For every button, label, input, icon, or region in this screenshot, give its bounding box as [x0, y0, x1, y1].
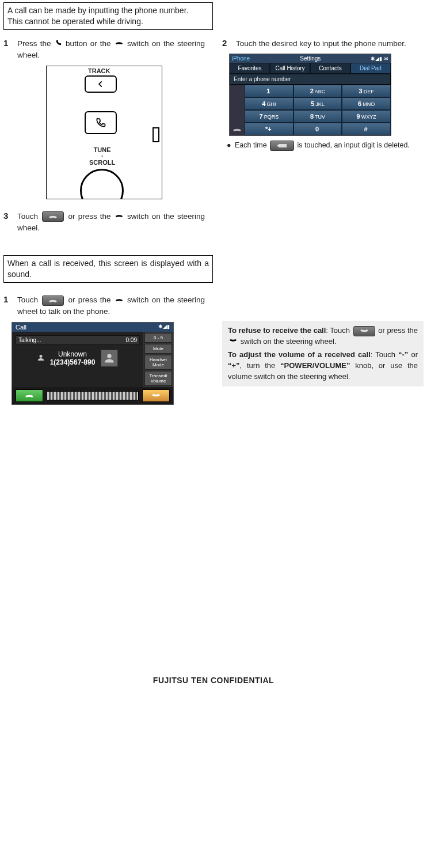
- status-icons: ✱◢▮ ✉: [371, 56, 388, 62]
- step-2: 2 Touch the desired key to input the pho…: [222, 38, 424, 50]
- settings-button[interactable]: Settings: [300, 55, 321, 62]
- key-star[interactable]: *+: [245, 123, 293, 135]
- side-0-9[interactable]: 0 - 9: [144, 333, 172, 343]
- key-7[interactable]: 7PQRS: [245, 110, 293, 123]
- backspace-button-icon: [270, 141, 294, 151]
- step-3: 3 Touch or press the switch on the steer…: [3, 211, 205, 234]
- tune-scroll-label: TUNE·SCROLL: [89, 147, 115, 166]
- side-mark: [152, 127, 159, 142]
- tune-knob: [80, 169, 124, 199]
- side-volume[interactable]: Transmit Volume: [144, 371, 172, 386]
- call-status: Talking...: [18, 337, 41, 343]
- delete-digit-note: ● Each time is touched, an input digit i…: [227, 141, 424, 151]
- tab-favorites[interactable]: Favorites: [230, 63, 270, 74]
- volume-title: To adjust the volume of a received call: [228, 350, 371, 359]
- intro-line-2: This cannot be operated while driving.: [7, 16, 209, 27]
- key-2[interactable]: 2ABC: [293, 85, 342, 97]
- person-icon: [37, 354, 44, 362]
- device-name: iPhone: [232, 55, 250, 62]
- key-5[interactable]: 5JKL: [293, 97, 342, 110]
- footer-confidential: FUJITSU TEN CONFIDENTIAL: [3, 676, 424, 685]
- step-3-text: Touch or press the switch on the steerin…: [17, 211, 205, 234]
- info-box: To refuse to receive the call: Touch or …: [222, 321, 424, 386]
- side-mute[interactable]: Mute: [144, 344, 172, 354]
- answer-button-icon: [42, 295, 64, 306]
- offhook-switch-icon: [115, 295, 123, 306]
- side-handset[interactable]: Handset Mode: [144, 355, 172, 370]
- key-0[interactable]: 0: [293, 123, 342, 135]
- step-receive-1-number: 1: [3, 294, 12, 317]
- key-6[interactable]: 6MNO: [342, 97, 391, 110]
- refuse-title: To refuse to receive the call: [228, 326, 326, 335]
- dial-call-button[interactable]: [230, 85, 245, 135]
- key-4[interactable]: 4GHI: [245, 97, 293, 110]
- step-1: 1 Press the button or the switch on the …: [3, 38, 205, 61]
- keypad: 1 2ABC 3DEF 4GHI 5JKL 6MNO 7PQRS 8TUV 9W…: [230, 85, 391, 135]
- end-call-button[interactable]: [142, 389, 170, 402]
- dial-tabs: Favorites Call History Contacts Dial Pad: [230, 63, 391, 74]
- answer-button[interactable]: [16, 389, 43, 402]
- phone-number-input[interactable]: Enter a phone number: [230, 74, 391, 85]
- bullet-icon: ●: [227, 141, 231, 151]
- offhook-switch-icon: [115, 38, 123, 50]
- volume-bar[interactable]: [47, 391, 139, 400]
- avatar-icon: [101, 350, 118, 367]
- dialpad-screenshot: iPhone Settings ✱◢▮ ✉ Favorites Call His…: [229, 54, 391, 136]
- step-2-text: Touch the desired key to input the phone…: [236, 38, 424, 50]
- key-3[interactable]: 3DEF: [342, 85, 391, 97]
- caller-number: 1(234)567-890: [50, 358, 96, 366]
- step-receive-1-text: Touch or press the switch on the steerin…: [17, 294, 205, 317]
- phone-handset-icon: [55, 38, 62, 50]
- offhook-switch-icon: [115, 211, 123, 222]
- phone-button: [85, 111, 117, 134]
- decline-button-icon: [353, 326, 375, 336]
- call-button-icon: [42, 211, 64, 222]
- tab-contacts[interactable]: Contacts: [310, 63, 350, 74]
- call-time: 0:09: [126, 337, 137, 343]
- intro-line-1: A call can be made by inputting the phon…: [7, 5, 209, 16]
- steering-wheel-diagram: TRACK TUNE·SCROLL: [46, 66, 162, 199]
- step-receive-1: 1 Touch or press the switch on the steer…: [3, 294, 205, 317]
- step-1-text: Press the button or the switch on the st…: [17, 38, 205, 61]
- step-1-number: 1: [3, 38, 12, 61]
- key-9[interactable]: 9WXYZ: [342, 110, 391, 123]
- tab-dial-pad[interactable]: Dial Pad: [350, 63, 391, 74]
- tab-call-history[interactable]: Call History: [270, 63, 310, 74]
- track-label: TRACK: [88, 67, 110, 74]
- call-title: Call: [16, 324, 26, 331]
- key-8[interactable]: 8TUV: [293, 110, 342, 123]
- step-2-number: 2: [222, 38, 230, 50]
- step-3-number: 3: [3, 211, 12, 234]
- intro-box-1: A call can be made by inputting the phon…: [3, 2, 213, 30]
- key-hash[interactable]: #: [342, 123, 391, 135]
- status-icons: ✱◢▮: [158, 324, 170, 331]
- call-side-buttons: 0 - 9 Mute Handset Mode Transmit Volume: [143, 332, 173, 387]
- onhook-switch-icon: [229, 336, 237, 347]
- key-1[interactable]: 1: [245, 85, 293, 97]
- track-back-button: [85, 75, 117, 93]
- incoming-call-screenshot: Call ✱◢▮ Talking... 0:09: [12, 322, 174, 405]
- caller-name: Unknown: [50, 350, 96, 358]
- intro-box-2: When a call is received, this screen is …: [3, 255, 213, 283]
